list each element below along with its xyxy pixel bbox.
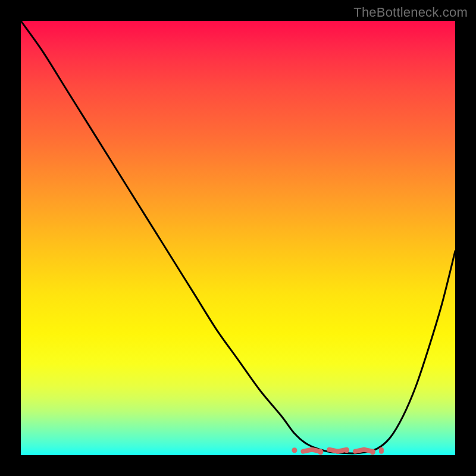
trough-accent <box>292 447 381 455</box>
svg-point-6 <box>344 447 349 453</box>
svg-point-0 <box>292 447 297 453</box>
chart-frame: TheBottleneck.com <box>0 0 476 476</box>
watermark-text: TheBottleneck.com <box>353 5 468 20</box>
svg-point-9 <box>370 449 375 455</box>
bottleneck-curve <box>21 21 455 455</box>
plot-area <box>21 21 455 455</box>
curve-line <box>21 21 455 453</box>
svg-point-3 <box>318 449 323 455</box>
